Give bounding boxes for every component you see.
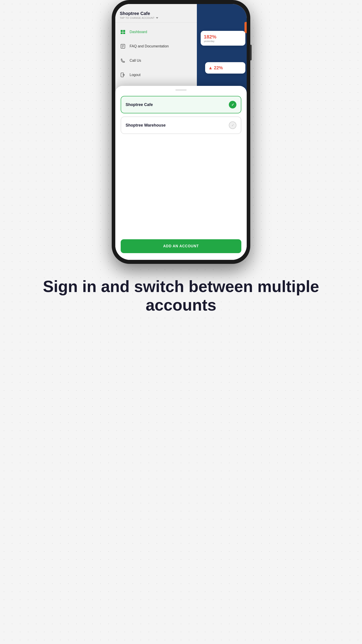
account-option-cafe[interactable]: Shoptree Cafe ✓ xyxy=(121,96,241,113)
stat-1-percent: 182% xyxy=(204,34,242,40)
svg-rect-0 xyxy=(121,30,123,32)
check-mark-inactive: ✓ xyxy=(231,123,234,128)
sidebar-item-logout[interactable]: Logout xyxy=(115,68,197,82)
account-warehouse-name: Shoptree Warehouse xyxy=(126,123,166,128)
page-headline: Sign in and switch between multiple acco… xyxy=(27,277,335,314)
chevron-down-icon xyxy=(156,17,158,19)
dashboard-icon xyxy=(120,29,126,35)
sidebar-item-logout-label: Logout xyxy=(130,73,141,77)
stat-1-label: yesterday xyxy=(204,40,242,42)
call-icon xyxy=(120,58,126,64)
phone-screen: 182% yesterday ▲ 22% Shoptree Cafe TAP T… xyxy=(115,4,247,260)
sidebar-item-dashboard[interactable]: Dashboard xyxy=(115,25,197,39)
stat-card-2: ▲ 22% xyxy=(205,62,245,74)
account-header[interactable]: Shoptree Cafe TAP TO CHANGE ACCOUNT xyxy=(115,8,197,22)
svg-rect-1 xyxy=(123,30,125,32)
account-warehouse-check: ✓ xyxy=(229,122,236,129)
svg-rect-2 xyxy=(121,32,123,34)
account-cafe-name: Shoptree Cafe xyxy=(126,102,153,107)
sheet-handle xyxy=(175,90,187,90)
stat-2-percent: ▲ 22% xyxy=(208,65,242,70)
add-account-button[interactable]: ADD AN ACCOUNT xyxy=(121,239,241,253)
side-button xyxy=(250,45,252,60)
account-option-warehouse[interactable]: Shoptree Warehouse ✓ xyxy=(121,116,241,134)
logout-icon xyxy=(120,72,126,78)
phone-device: 182% yesterday ▲ 22% Shoptree Cafe TAP T… xyxy=(112,0,250,264)
check-mark-active: ✓ xyxy=(231,103,234,107)
orange-accent-bar xyxy=(245,22,247,33)
account-name: Shoptree Cafe xyxy=(120,11,192,16)
sidebar-item-faq[interactable]: FAQ and Documentation xyxy=(115,39,197,54)
account-cafe-check: ✓ xyxy=(229,101,236,108)
account-switcher-sheet: Shoptree Cafe ✓ Shoptree Warehouse ✓ ADD xyxy=(115,86,247,260)
menu-items: Dashboard xyxy=(115,22,197,82)
tap-change-label[interactable]: TAP TO CHANGE ACCOUNT xyxy=(120,16,192,19)
stat-card-1: 182% yesterday xyxy=(201,31,245,46)
faq-icon xyxy=(120,43,126,50)
svg-rect-3 xyxy=(123,32,125,34)
sidebar-item-faq-label: FAQ and Documentation xyxy=(130,44,169,48)
sidebar-item-dashboard-label: Dashboard xyxy=(130,30,147,34)
sidebar-item-call-label: Call Us xyxy=(130,58,141,62)
bottom-text-section: Sign in and switch between multiple acco… xyxy=(0,268,362,323)
screen-content: 182% yesterday ▲ 22% Shoptree Cafe TAP T… xyxy=(115,4,247,260)
phone-shell: 182% yesterday ▲ 22% Shoptree Cafe TAP T… xyxy=(112,0,250,264)
sidebar-item-call[interactable]: Call Us xyxy=(115,54,197,68)
